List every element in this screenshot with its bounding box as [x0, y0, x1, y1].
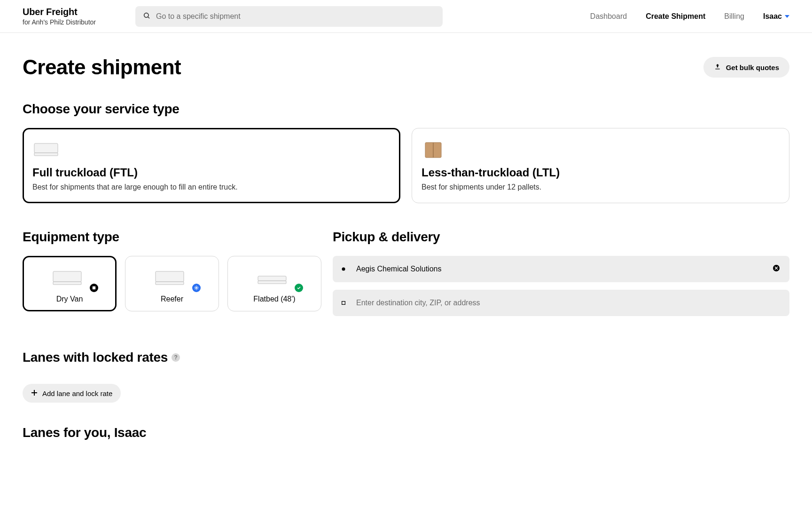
ftl-title: Full truckload (FTL) [32, 166, 390, 179]
nav-dashboard[interactable]: Dashboard [590, 12, 627, 21]
dry-van-label: Dry Van [28, 295, 111, 303]
nav-create-shipment[interactable]: Create Shipment [646, 12, 705, 21]
user-name: Isaac [763, 12, 782, 21]
flatbed-label: Flatbed (48') [233, 295, 316, 303]
locked-lanes-heading: Lanes with locked rates [23, 350, 168, 365]
add-lane-button[interactable]: Add lane and lock rate [23, 384, 121, 403]
caret-down-icon [785, 15, 789, 18]
origin-dot-icon [340, 267, 347, 271]
help-icon[interactable]: ? [172, 353, 180, 362]
svg-rect-16 [258, 281, 286, 284]
flatbed-icon [233, 265, 316, 291]
svg-rect-3 [34, 153, 58, 156]
svg-rect-21 [342, 302, 345, 305]
svg-rect-9 [156, 271, 184, 282]
ltl-desc: Best for shipments under 12 pallets. [422, 183, 780, 191]
destination-square-icon [340, 301, 347, 305]
equipment-heading: Equipment type [23, 230, 321, 245]
bulk-button-label: Get bulk quotes [726, 64, 779, 71]
svg-rect-8 [93, 286, 95, 289]
destination-input[interactable] [356, 299, 782, 307]
page-title: Create shipment [23, 56, 181, 79]
nav-billing[interactable]: Billing [724, 12, 744, 21]
destination-field[interactable] [333, 290, 789, 316]
app-header: Uber Freight for Anh's Philz Distributor… [0, 0, 812, 33]
svg-point-17 [342, 268, 345, 271]
add-lane-label: Add lane and lock rate [42, 389, 112, 397]
search-input[interactable] [135, 6, 443, 27]
clear-origin-button[interactable] [771, 262, 782, 276]
origin-input[interactable] [356, 265, 771, 273]
dry-van-icon [28, 265, 111, 291]
equipment-pickup-row: Equipment type Dry Van [23, 230, 789, 324]
brand-title: Uber Freight [23, 7, 117, 17]
svg-point-0 [144, 13, 148, 17]
equipment-column: Equipment type Dry Van [23, 230, 321, 324]
main-content: Create shipment Get bulk quotes Choose y… [0, 33, 812, 478]
search-container [135, 6, 443, 27]
svg-line-1 [148, 17, 149, 18]
plus-icon [31, 389, 38, 397]
svg-rect-15 [258, 276, 286, 281]
equipment-card-reefer[interactable]: Reefer [125, 256, 219, 311]
get-bulk-quotes-button[interactable]: Get bulk quotes [703, 57, 789, 78]
pickup-heading: Pickup & delivery [333, 230, 789, 245]
search-icon [143, 12, 150, 21]
svg-rect-6 [53, 271, 81, 282]
service-type-heading: Choose your service type [23, 102, 789, 117]
reefer-icon [130, 265, 214, 291]
ftl-desc: Best for shipments that are large enough… [32, 183, 390, 191]
reefer-label: Reefer [130, 295, 214, 303]
svg-rect-2 [34, 143, 58, 153]
equipment-card-flatbed[interactable]: Flatbed (48') [227, 256, 321, 311]
brand-subtitle: for Anh's Philz Distributor [23, 18, 117, 26]
ltl-title: Less-than-truckload (LTL) [422, 166, 780, 179]
upload-icon [714, 63, 721, 72]
service-card-ftl[interactable]: Full truckload (FTL) Best for shipments … [23, 128, 400, 203]
equipment-card-dry-van[interactable]: Dry Van [23, 256, 117, 311]
title-row: Create shipment Get bulk quotes [23, 56, 789, 79]
service-card-ltl[interactable]: Less-than-truckload (LTL) Best for shipm… [412, 128, 789, 203]
service-type-cards: Full truckload (FTL) Best for shipments … [23, 128, 789, 203]
brand-block: Uber Freight for Anh's Philz Distributor [23, 7, 117, 26]
brand-for-prefix: for [23, 18, 31, 26]
flatbed-badge-icon [295, 284, 303, 292]
locked-lanes-heading-row: Lanes with locked rates ? [23, 350, 789, 365]
box-illustration-icon [422, 138, 780, 162]
user-menu[interactable]: Isaac [763, 12, 789, 21]
top-nav: Dashboard Create Shipment Billing Isaac [590, 12, 789, 21]
brand-company: Anh's Philz Distributor [31, 18, 96, 26]
dry-van-badge-icon [90, 284, 98, 292]
pickup-column: Pickup & delivery [333, 230, 789, 324]
svg-rect-7 [53, 282, 81, 285]
equipment-cards: Dry Van Reefer [23, 256, 321, 311]
lanes-for-you-heading: Lanes for you, Isaac [23, 425, 789, 440]
origin-field[interactable] [333, 256, 789, 282]
snowflake-badge-icon [192, 284, 201, 292]
svg-rect-10 [156, 282, 184, 285]
truck-illustration-icon [32, 138, 390, 162]
